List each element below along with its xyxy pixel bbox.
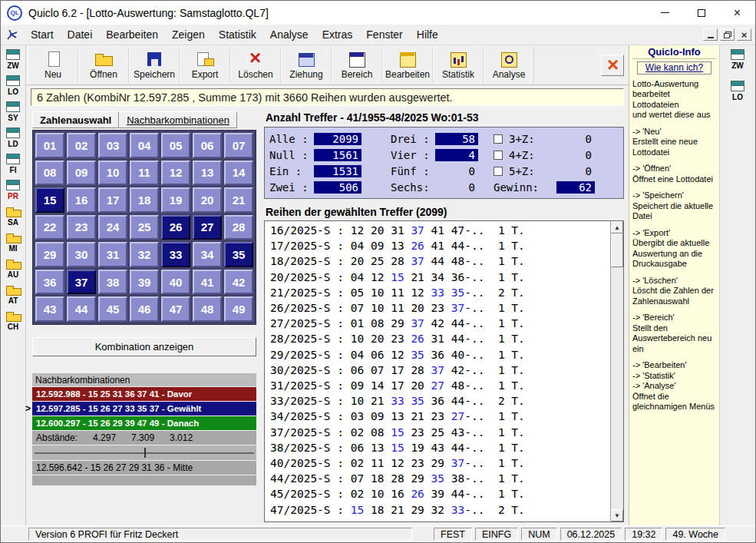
strip-item-pr[interactable]: PR [2, 178, 25, 200]
treffer-row[interactable]: 38/2025-S : 06 13 15 19 43 44-.. 1 T. [270, 440, 610, 455]
treffer-row[interactable]: 33/2025-S : 10 21 33 35 36 44-.. 2 T. [270, 393, 610, 409]
strip-item-au[interactable]: AU [2, 257, 25, 279]
number-cell-21[interactable]: 21 [224, 187, 253, 213]
number-cell-4[interactable]: 04 [130, 133, 159, 158]
wie-kann-ich-link[interactable]: Wie kann ich? [637, 61, 711, 74]
menu-item-datei[interactable]: Datei [61, 25, 100, 45]
treffer-row[interactable]: 16/2025-S : 12 20 31 37 41 47-.. 1 T. [270, 223, 610, 238]
treffer-row[interactable]: 30/2025-S : 06 07 17 28 37 42-.. 1 T. [270, 363, 610, 378]
number-cell-31[interactable]: 31 [98, 242, 127, 267]
number-cell-8[interactable]: 08 [35, 161, 64, 186]
treffer-row[interactable]: 34/2025-S : 03 09 13 21 23 27-.. 1 T. [270, 409, 610, 424]
number-cell-22[interactable]: 22 [35, 215, 64, 240]
number-cell-46[interactable]: 46 [130, 296, 159, 322]
number-cell-12[interactable]: 12 [161, 161, 190, 186]
mdi-close-button[interactable]: × [737, 28, 751, 41]
neighbor-row-danach[interactable]: 12.600.297 - 15 26 29 39 47 49 - Danach [32, 416, 256, 430]
zusatz-checkbox[interactable] [494, 134, 503, 144]
number-cell-30[interactable]: 30 [67, 242, 96, 267]
toolbar-button-ziehung[interactable]: Ziehung [281, 47, 332, 83]
number-cell-1[interactable]: 01 [35, 133, 64, 158]
toolbar-button-neu[interactable]: Neu [28, 47, 78, 83]
number-cell-34[interactable]: 34 [193, 242, 222, 267]
number-cell-45[interactable]: 45 [98, 296, 127, 322]
number-cell-29[interactable]: 29 [35, 242, 64, 267]
number-cell-49[interactable]: 49 [224, 296, 253, 322]
maximize-button[interactable] [683, 1, 719, 25]
number-cell-27[interactable]: 27 [193, 215, 222, 240]
number-cell-32[interactable]: 32 [130, 242, 159, 267]
strip-item-ld[interactable]: LD [2, 126, 25, 148]
treffer-row[interactable]: 28/2025-S : 10 20 23 26 31 44-.. 1 T. [270, 331, 610, 346]
number-cell-48[interactable]: 48 [193, 296, 222, 322]
strip-item-sy[interactable]: SY [2, 100, 25, 122]
number-cell-47[interactable]: 47 [161, 296, 190, 322]
list-scrollbar[interactable]: ▲ ▼ [610, 221, 623, 521]
neighbor-row-gewaehlt[interactable]: >12.597.285 - 15 26 27 33 35 37 - Gewähl… [32, 402, 256, 416]
scrollbar-up-icon[interactable]: ▲ [611, 221, 623, 233]
number-cell-28[interactable]: 28 [224, 215, 253, 240]
treffer-row[interactable]: 37/2025-S : 02 08 15 23 25 43-.. 1 T. [270, 425, 610, 440]
treffer-row[interactable]: 20/2025-S : 04 12 15 21 34 36-.. 1 T. [270, 270, 610, 285]
number-cell-9[interactable]: 09 [67, 161, 96, 186]
number-cell-36[interactable]: 36 [35, 270, 64, 295]
number-cell-5[interactable]: 05 [161, 133, 190, 158]
number-cell-16[interactable]: 16 [67, 187, 96, 213]
number-cell-44[interactable]: 44 [67, 296, 96, 322]
number-cell-39[interactable]: 39 [130, 270, 159, 295]
number-cell-23[interactable]: 23 [67, 215, 96, 240]
toolbar-button-bereich[interactable]: Bereich [332, 47, 382, 83]
number-cell-6[interactable]: 06 [193, 133, 222, 158]
minimize-button[interactable] [647, 1, 683, 25]
treffer-row[interactable]: 27/2025-S : 01 08 29 37 42 44-.. 1 T. [270, 316, 610, 331]
number-cell-3[interactable]: 03 [98, 133, 127, 158]
number-cell-14[interactable]: 14 [224, 161, 253, 186]
treffer-row[interactable]: 31/2025-S : 09 14 17 20 27 48-.. 1 T. [270, 378, 610, 393]
treffer-row[interactable]: 47/2025-S : 15 18 21 29 32 33-.. 2 T. [270, 502, 610, 518]
toolbar-button-analyse[interactable]: Analyse [484, 47, 534, 83]
menu-item-fenster[interactable]: Fenster [359, 25, 409, 45]
number-cell-42[interactable]: 42 [224, 270, 253, 295]
treffer-row[interactable]: 45/2025-S : 02 10 16 26 39 44-.. 1 T. [270, 486, 610, 502]
number-cell-20[interactable]: 20 [193, 187, 222, 213]
number-cell-17[interactable]: 17 [98, 187, 127, 213]
number-cell-7[interactable]: 07 [224, 133, 253, 158]
treffer-row[interactable]: 40/2025-S : 02 11 12 23 29 37-.. 1 T. [270, 455, 610, 471]
strip-item-lo[interactable]: LO [2, 74, 25, 96]
strip-item-ch[interactable]: CH [2, 309, 25, 331]
number-cell-43[interactable]: 43 [35, 296, 64, 322]
number-cell-19[interactable]: 19 [161, 187, 190, 213]
treffer-row[interactable]: 18/2025-S : 20 25 28 37 44 48-.. 1 T. [270, 253, 610, 269]
menu-item-statistik[interactable]: Statistik [212, 25, 263, 45]
strip-item-fi[interactable]: FI [2, 152, 25, 174]
toolbar-button-statistik[interactable]: Statistik [433, 47, 484, 83]
scrollbar-thumb[interactable] [611, 233, 623, 267]
strip-item-lo[interactable]: LO [726, 79, 749, 101]
number-cell-25[interactable]: 25 [130, 215, 159, 240]
scrollbar-down-icon[interactable]: ▼ [611, 509, 623, 521]
strip-item-sa[interactable]: SA [2, 204, 25, 227]
treffer-row[interactable]: 29/2025-S : 04 06 12 35 36 40-.. 1 T. [270, 347, 610, 363]
strip-item-zw[interactable]: ZW [726, 48, 749, 70]
menu-item-hilfe[interactable]: Hilfe [410, 25, 445, 45]
number-cell-38[interactable]: 38 [98, 270, 127, 295]
number-cell-35[interactable]: 35 [224, 242, 253, 267]
number-cell-40[interactable]: 40 [161, 270, 190, 295]
treffer-row[interactable]: 44/2025-S : 07 18 28 29 35 38-.. 1 T. [270, 471, 610, 486]
number-cell-26[interactable]: 26 [161, 215, 190, 240]
zusatz-checkbox[interactable] [494, 151, 503, 160]
menu-item-extras[interactable]: Extras [315, 25, 360, 45]
toolbar-button-bearbeiten[interactable]: Bearbeiten [382, 47, 433, 83]
mdi-restore-button[interactable] [720, 28, 735, 41]
number-cell-13[interactable]: 13 [193, 161, 222, 186]
treffer-row[interactable]: 21/2025-S : 05 10 11 12 33 35-.. 2 T. [270, 285, 610, 300]
number-cell-37[interactable]: 37 [67, 270, 96, 295]
neighbor-row-davor[interactable]: 12.592.988 - 15 25 31 36 37 41 - Davor [32, 387, 256, 401]
mdi-minimize-button[interactable] [703, 28, 718, 41]
show-combination-button[interactable]: Kombination anzeigen [32, 337, 256, 356]
number-cell-24[interactable]: 24 [98, 215, 127, 240]
treffer-row[interactable]: 26/2025-S : 07 10 11 20 23 37-.. 1 T. [270, 300, 610, 316]
strip-item-mi[interactable]: MI [2, 230, 25, 253]
close-button[interactable]: × [719, 1, 755, 25]
menu-item-analyse[interactable]: Analyse [263, 25, 315, 45]
